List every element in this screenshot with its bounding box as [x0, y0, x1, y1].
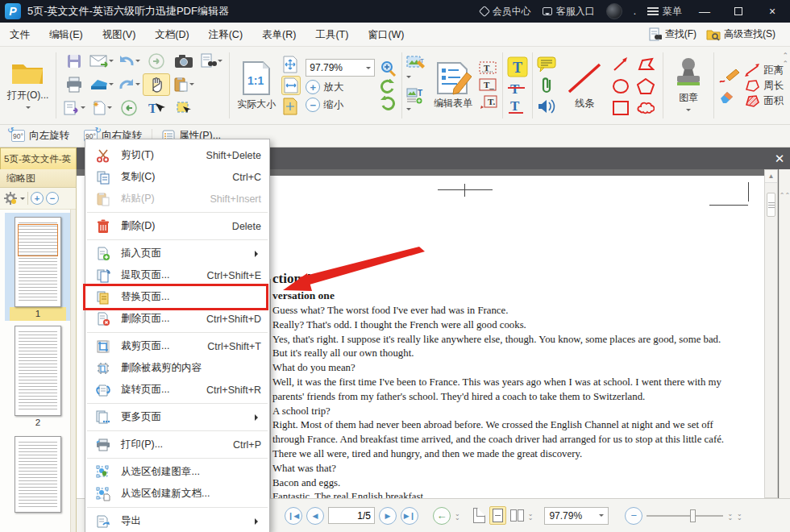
user-avatar[interactable] — [606, 3, 622, 19]
scan-button[interactable] — [88, 73, 115, 96]
status-caret-2-icon[interactable]: ⌄⌄ — [737, 512, 742, 520]
app-menu-button[interactable]: 菜单 — [647, 5, 682, 19]
previous-page-button[interactable]: ◀ — [306, 507, 324, 525]
continuous-page-mode-button[interactable] — [489, 506, 506, 525]
context-item-export[interactable]: 导出 — [85, 510, 269, 532]
document-scrollbar[interactable]: ▲ — [764, 169, 778, 498]
context-item-delete-pages[interactable]: 删除页面... Ctrl+Shift+D — [85, 308, 269, 330]
pencil-tool-button[interactable] — [718, 68, 739, 84]
select-annotation-button[interactable] — [170, 97, 198, 119]
print-button[interactable] — [60, 73, 88, 96]
status-caret-1-icon[interactable]: ⌄⌄ — [727, 512, 733, 520]
advanced-find-button[interactable]: 高级查找(S) — [703, 26, 779, 43]
select-text-button[interactable]: T — [143, 97, 170, 119]
fit-page-button[interactable] — [281, 55, 301, 74]
textbox-tool-button[interactable]: T — [479, 61, 498, 76]
actual-size-button[interactable]: 1:1 实际大小 — [234, 60, 279, 112]
context-item-delete[interactable]: 删除(D) Delete — [85, 215, 269, 237]
gear-icon[interactable] — [4, 192, 18, 206]
facing-page-mode-button[interactable] — [510, 509, 524, 522]
context-item-print[interactable]: 打印(P)... Ctrl+P — [85, 434, 269, 455]
zoom-in-button[interactable]: +放大 — [306, 80, 375, 94]
context-item-cut[interactable]: 剪切(T) Shift+Delete — [85, 144, 269, 166]
zoom-out-button[interactable]: −缩小 — [306, 98, 375, 112]
rotate-view-cw-button[interactable] — [380, 96, 397, 110]
save-button[interactable] — [60, 50, 88, 73]
context-item-paste[interactable]: 粘贴(P) Shift+Insert — [85, 188, 269, 210]
next-view-button[interactable] — [143, 50, 170, 73]
new-document-button[interactable]: ✷ — [88, 97, 115, 119]
previous-view-button-status[interactable]: ← — [433, 507, 451, 525]
email-button[interactable] — [88, 50, 115, 73]
close-document-icon[interactable]: ✕ — [769, 148, 790, 169]
sidebar-scrollbar[interactable] — [70, 210, 76, 532]
fit-width-button[interactable] — [281, 76, 301, 95]
slider-zoom-out-button[interactable]: − — [625, 507, 642, 525]
find-button[interactable]: 查找(F) — [646, 26, 700, 44]
export-document-button[interactable] — [60, 97, 88, 119]
member-center-button[interactable]: 会员中心 — [480, 5, 531, 19]
redo-button[interactable] — [115, 73, 143, 96]
open-button[interactable]: 打开(O)... — [4, 59, 52, 112]
context-item-create-stamp-from-selection[interactable]: 从选区创建图章... — [85, 461, 269, 483]
zoom-slider[interactable] — [647, 515, 723, 517]
strikeout-text-button[interactable]: T — [507, 80, 528, 96]
thumbnail-page-1[interactable]: 1 — [5, 213, 71, 321]
zoom-slider-thumb[interactable] — [690, 509, 696, 522]
next-page-button[interactable]: ▶ — [379, 507, 397, 525]
page-number-input[interactable] — [328, 507, 375, 524]
menu-comment[interactable]: 注释(C) — [199, 23, 252, 47]
snapshot-button[interactable] — [170, 50, 198, 73]
measure-distance-button[interactable]: 距离 — [744, 64, 784, 77]
measure-area-button[interactable]: 面积 — [744, 94, 784, 108]
rotate-left-button[interactable]: 90° 向左旋转 — [5, 127, 76, 144]
fit-visible-button[interactable] — [281, 97, 301, 116]
context-item-rotate-pages[interactable]: 旋转页面... Ctrl+Shift+R — [85, 379, 269, 401]
stamp-button[interactable]: 图章 — [667, 56, 709, 114]
thumbnail-page-3[interactable] — [5, 436, 71, 513]
single-page-mode-button[interactable] — [473, 508, 485, 523]
thumbnail-page-2[interactable]: 2 — [5, 326, 71, 430]
thumbnail-options-caret-icon[interactable] — [20, 197, 25, 202]
status-zoom-combo[interactable]: 97.79% — [544, 507, 609, 525]
minimize-button[interactable]: — — [693, 5, 716, 18]
text-field-tool-button[interactable]: T_ — [479, 78, 498, 93]
highlight-text-button[interactable]: T — [507, 56, 528, 77]
context-item-insert-pages[interactable]: 插入页面 — [85, 243, 269, 264]
eraser-tool-button[interactable] — [718, 90, 739, 103]
menu-edit[interactable]: 编辑(E) — [40, 23, 93, 47]
marquee-zoom-button[interactable] — [380, 60, 397, 77]
line-tool-button[interactable]: 线条 — [563, 60, 606, 111]
add-content-button[interactable]: T — [406, 88, 427, 115]
zoom-level-combo[interactable]: 97.79% — [306, 59, 375, 77]
menu-view[interactable]: 视图(V) — [93, 23, 146, 47]
active-document-tab[interactable]: 5页-英文文件-英 — [0, 148, 77, 169]
sticky-note-button[interactable] — [537, 56, 558, 73]
context-item-delete-cropped-content[interactable]: 删除被裁剪的内容 — [85, 357, 269, 379]
thumbnail-zoom-in-button[interactable]: + — [31, 192, 44, 205]
cloud-tool-button[interactable] — [634, 97, 657, 119]
edit-form-button[interactable]: 编辑表单 — [430, 60, 476, 111]
right-panel-strip[interactable]: ⌃⌃ — [779, 169, 790, 498]
audio-comment-button[interactable] — [537, 98, 558, 114]
close-button[interactable]: × — [761, 5, 784, 18]
support-button[interactable]: 客服入口 — [543, 5, 595, 19]
context-item-create-document-from-selection[interactable]: 从选区创建新文档... — [85, 483, 269, 505]
polyline-tool-button[interactable] — [634, 53, 657, 76]
attach-file-button[interactable] — [541, 77, 554, 94]
paste-clipboard-button[interactable] — [170, 73, 198, 96]
scroll-up-icon[interactable]: ▲ — [765, 170, 777, 183]
menu-form[interactable]: 表单(R) — [252, 23, 306, 47]
last-page-button[interactable]: ▶❙ — [401, 507, 418, 525]
measure-perimeter-button[interactable]: 周长 — [744, 79, 784, 93]
previous-view-button[interactable] — [115, 97, 143, 119]
page-mode-caret-icon[interactable]: ⌄⌄ — [528, 512, 534, 520]
context-item-extract-pages[interactable]: 提取页面... Ctrl+Shift+E — [85, 264, 269, 286]
underline-text-button[interactable]: T — [507, 98, 528, 114]
menu-file[interactable]: 文件 — [0, 23, 40, 47]
hand-tool-button[interactable] — [143, 73, 170, 96]
context-item-replace-pages[interactable]: 替换页面... — [85, 286, 269, 308]
context-item-crop-pages[interactable]: 裁剪页面... Ctrl+Shift+T — [85, 335, 269, 357]
rotate-view-ccw-button[interactable] — [380, 79, 397, 94]
search-document-button[interactable] — [198, 50, 225, 73]
